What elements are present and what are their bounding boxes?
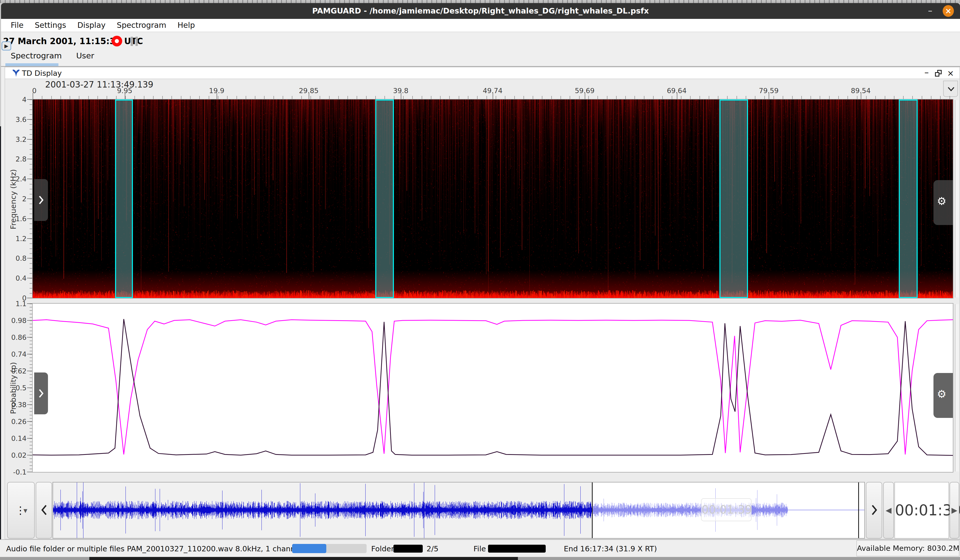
record-icon[interactable]: [112, 36, 122, 46]
triangle-left-icon: ◀: [885, 506, 891, 515]
pause-icon[interactable]: [131, 37, 138, 46]
time-axis-labels: 09.9519.929.8539.849.7459.6969.6479.5989…: [33, 87, 954, 95]
file-progress-bar: [292, 544, 366, 553]
whale-detection-box[interactable]: [115, 99, 133, 298]
axis-tick-mark: [27, 119, 32, 120]
whale-detection-box[interactable]: [719, 99, 748, 298]
probability-lines: [33, 304, 953, 472]
menu-help[interactable]: Help: [172, 19, 200, 32]
menu-file[interactable]: File: [5, 19, 29, 32]
whale-probability-line: [33, 319, 953, 456]
scroll-right-button[interactable]: [866, 482, 882, 539]
waveform-menu-button[interactable]: ⋮ ▾: [7, 482, 35, 539]
axis-tick-mark: [27, 198, 32, 199]
view-end-marker[interactable]: [858, 482, 859, 538]
chevron-left-icon: [40, 504, 48, 516]
time-tick-mark: [493, 93, 493, 99]
axis-tick-mark: [27, 387, 32, 388]
axis-tick-mark: [27, 371, 32, 371]
file-progress-bar2: [488, 545, 546, 553]
noise-probability-line: [33, 320, 953, 454]
axis-tick-mark: [27, 139, 32, 139]
axis-tick-mark: [27, 218, 32, 219]
axis-tick-label: 0.02: [6, 451, 27, 459]
time-tick-mark: [585, 93, 585, 99]
frequency-axis-title: Frequency (kHz): [9, 153, 18, 245]
probability-axis-ticks: [27, 304, 32, 472]
axis-tick-mark: [27, 159, 32, 159]
axis-tick-mark: [27, 278, 32, 278]
time-tick-mark: [217, 93, 217, 99]
axis-tick-mark: [27, 472, 32, 472]
axis-tick-label: 0.86: [6, 333, 27, 341]
scroll-left-button[interactable]: [36, 482, 52, 539]
restore-square: [935, 72, 939, 77]
whale-tail-icon: [12, 69, 21, 78]
axis-tick-mark: [27, 404, 32, 405]
probability-side-panel-flyout[interactable]: [34, 373, 48, 414]
menu-spectrogram[interactable]: Spectrogram: [111, 19, 172, 32]
spectrogram-canvas[interactable]: [33, 99, 953, 298]
file-progress-fill: [292, 544, 326, 553]
axis-tick-mark: [27, 298, 32, 298]
end-time-status: End 16:17:34 (31.9 X RT): [564, 544, 657, 553]
spectrogram-plot[interactable]: [32, 99, 954, 299]
window-minimize-button[interactable]: –: [926, 6, 934, 15]
axis-tick-label: 3.2: [6, 135, 27, 143]
time-tooltip: 00:01:39: [701, 498, 752, 521]
td-close-button[interactable]: ×: [946, 69, 955, 78]
file-progress-label: File: [474, 544, 486, 553]
active-tab-underline: [5, 63, 58, 66]
time-tick-mark: [861, 93, 861, 99]
axis-tick-label: 3.6: [6, 115, 27, 123]
side-panel-toggle[interactable]: ▶: [2, 41, 11, 51]
pause-bar: [131, 37, 133, 46]
menu-display[interactable]: Display: [72, 19, 111, 32]
axis-tick-label: 0.14: [6, 435, 27, 442]
spectrogram-settings-flyout[interactable]: ⚙: [933, 180, 953, 225]
td-restore-button[interactable]: [935, 70, 942, 78]
axis-tick-label: 0.98: [6, 317, 27, 325]
td-window-title: TD Display: [22, 67, 62, 79]
td-minimize-button[interactable]: –: [922, 69, 931, 78]
step-forward-button[interactable]: ▶: [950, 482, 959, 539]
status-bar: Audio file folder or multiple files PAM_…: [0, 539, 960, 557]
axis-tick-mark: [27, 354, 32, 354]
triangle-right-icon: ▶: [951, 506, 957, 515]
whale-detection-box[interactable]: [375, 99, 394, 298]
probability-scrollbar[interactable]: [955, 304, 959, 472]
window-title: PAMGUARD - /home/jamiemac/Desktop/Right_…: [1, 3, 960, 19]
probability-settings-flyout[interactable]: ⚙: [933, 373, 953, 418]
time-tick-mark: [33, 93, 33, 99]
background-browser-tabs-strip: [0, 0, 960, 3]
record-icon-center: [115, 39, 119, 43]
whale-detection-box[interactable]: [899, 99, 918, 298]
window-close-button[interactable]: ×: [942, 5, 954, 17]
td-display-window: TD Display – × 2001-03-27 11:13:49.139 0…: [5, 67, 960, 539]
window-titlebar: PAMGUARD - /home/jamiemac/Desktop/Right_…: [1, 3, 960, 19]
spectrogram-side-panel-flyout[interactable]: [34, 179, 48, 221]
folder-progress-label: Folder: [371, 544, 394, 553]
folder-count: 2/5: [427, 544, 438, 553]
time-tick-mark: [401, 93, 401, 99]
time-tick-mark: [677, 93, 677, 99]
axis-tick-mark: [27, 238, 32, 239]
step-back-button[interactable]: ◀: [883, 482, 894, 539]
gear-icon: ⚙: [933, 388, 950, 400]
available-memory-panel: Available Memory: 8030.2MB: [856, 540, 960, 557]
playback-cursor[interactable]: [592, 482, 593, 538]
axis-tick-label: 0.4: [6, 274, 27, 282]
audio-overview-panel[interactable]: 00:01:39: [53, 482, 865, 539]
probability-plot[interactable]: [32, 303, 954, 472]
tab-spectrogram[interactable]: Spectrogram: [11, 48, 54, 63]
menu-settings[interactable]: Settings: [29, 19, 72, 32]
tab-user-display[interactable]: User Display: [65, 48, 106, 63]
td-titlebar[interactable]: TD Display – ×: [5, 67, 960, 79]
axis-tick-mark: [27, 303, 32, 304]
pause-bar: [136, 37, 138, 46]
menu-bar: File Settings Display Spectrogram Help: [1, 19, 960, 32]
spectrogram-scrollbar[interactable]: [955, 100, 959, 298]
axis-tick-mark: [27, 179, 32, 179]
axis-tick-mark: [27, 337, 32, 338]
gear-icon: ⚙: [933, 195, 950, 207]
